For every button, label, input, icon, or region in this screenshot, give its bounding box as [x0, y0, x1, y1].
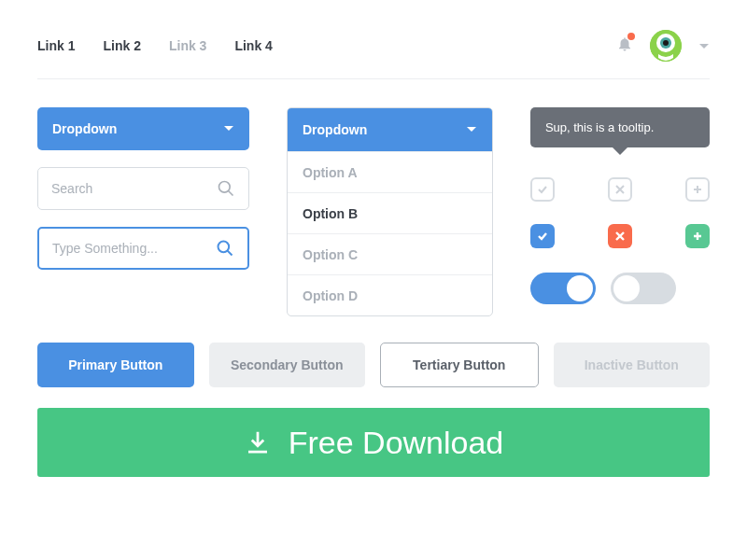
nav-link-3[interactable]: Link 3	[169, 38, 206, 53]
nav-link-4[interactable]: Link 4	[234, 38, 272, 53]
notification-dot	[627, 33, 635, 40]
check-chip-outline[interactable]	[530, 177, 555, 202]
notification-bell-icon[interactable]	[616, 35, 633, 56]
dropdown-open-label: Dropdown	[303, 122, 367, 137]
close-chip-outline[interactable]	[608, 177, 632, 202]
chevron-down-icon	[223, 125, 234, 133]
toggle-on[interactable]	[530, 273, 596, 304]
nav: Link 1 Link 2 Link 3 Link 4	[37, 38, 273, 53]
download-icon	[244, 428, 272, 456]
search-input-gray[interactable]	[37, 167, 249, 210]
header: Link 1 Link 2 Link 3 Link 4	[37, 22, 710, 79]
chevron-down-icon	[466, 126, 477, 133]
cta-download[interactable]: Free Download	[37, 408, 710, 477]
svg-point-4	[219, 182, 231, 193]
search-input-blue[interactable]	[37, 227, 249, 270]
nav-link-2[interactable]: Link 2	[103, 38, 140, 53]
primary-button[interactable]: Primary Button	[37, 343, 194, 387]
dropdown-open-head[interactable]: Dropdown	[288, 108, 492, 151]
dropdown-label: Dropdown	[52, 121, 117, 136]
inactive-button: Inactive Button	[554, 343, 711, 387]
dropdown-option[interactable]: Option C	[288, 233, 492, 274]
close-icon	[615, 231, 625, 241]
check-icon	[537, 231, 548, 242]
svg-point-6	[218, 242, 230, 253]
toggle-knob	[567, 275, 593, 301]
dropdown-open: Dropdown Option A Option B Option C Opti…	[287, 107, 493, 316]
close-icon	[615, 185, 625, 194]
tooltip: Sup, this is a tooltip.	[530, 107, 710, 147]
tertiary-button[interactable]: Tertiary Button	[380, 343, 539, 387]
close-chip-filled[interactable]	[608, 224, 632, 248]
svg-point-3	[663, 40, 669, 46]
cta-label: Free Download	[289, 425, 504, 461]
svg-line-7	[228, 251, 233, 256]
header-right	[616, 30, 710, 62]
toggle-off[interactable]	[611, 273, 676, 304]
toggles	[530, 273, 710, 304]
search-icon	[216, 239, 234, 258]
icon-chips-outline	[530, 177, 710, 202]
search-field[interactable]	[51, 181, 217, 196]
svg-line-5	[229, 191, 233, 196]
search-icon	[217, 179, 235, 198]
dropdown-option[interactable]: Option A	[288, 151, 492, 192]
plus-icon	[693, 231, 702, 241]
dropdown-option[interactable]: Option D	[288, 274, 492, 315]
secondary-button[interactable]: Secondary Button	[209, 343, 366, 387]
search-field-active[interactable]	[52, 241, 216, 256]
dropdown-closed[interactable]: Dropdown	[37, 107, 249, 150]
toggle-knob	[613, 275, 640, 301]
plus-chip-filled[interactable]	[685, 224, 710, 248]
plus-chip-outline[interactable]	[685, 177, 710, 202]
check-icon	[537, 184, 548, 195]
profile-caret-icon[interactable]	[698, 37, 710, 54]
button-row: Primary Button Secondary Button Tertiary…	[37, 343, 710, 387]
nav-link-1[interactable]: Link 1	[37, 38, 75, 53]
dropdown-option[interactable]: Option B	[288, 192, 492, 233]
avatar[interactable]	[650, 30, 682, 62]
icon-chips-filled	[530, 224, 710, 248]
plus-icon	[693, 185, 702, 194]
check-chip-filled[interactable]	[530, 224, 555, 248]
